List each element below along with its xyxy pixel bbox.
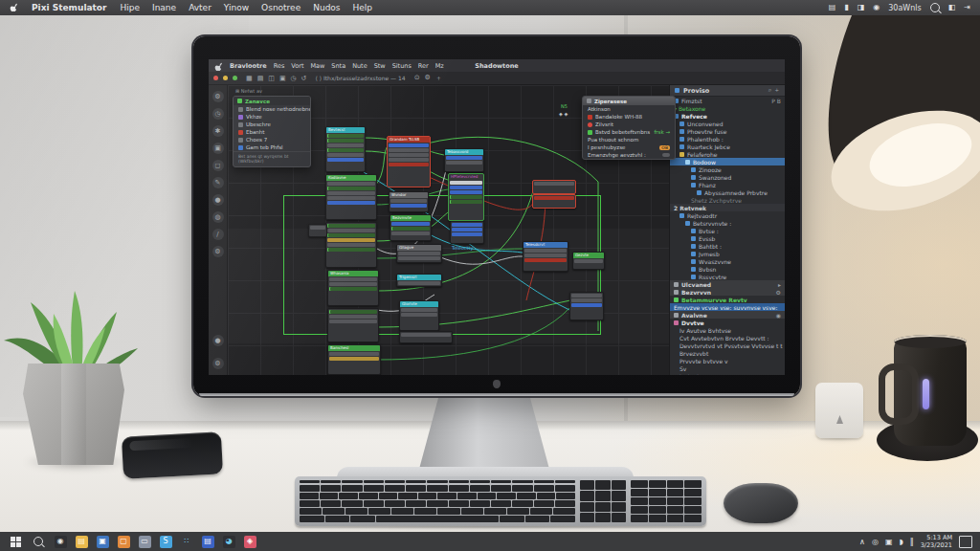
outliner-item-18[interactable]: Evssb [670, 234, 785, 242]
outliner-item-11[interactable]: Fhanz [670, 181, 785, 188]
outliner-item-13[interactable]: Shetz Zvchpvtrve [670, 196, 785, 204]
graph-node-18[interactable] [532, 194, 576, 209]
outliner-item-3[interactable]: Unconvened [670, 120, 785, 127]
outliner-item-33[interactable]: Brvezvvbt [670, 349, 785, 357]
graph-node-12[interactable]: Glorivte [399, 300, 439, 331]
outliner-item-22[interactable]: Bvbsn [670, 265, 785, 273]
tool-icon-0[interactable]: ⚙ [212, 91, 224, 102]
app-menu-situns[interactable]: Situns [392, 62, 412, 70]
outliner-item-26[interactable]: Betammurvve Revtv [670, 296, 785, 303]
taskbar-grid-app[interactable]: ∷ [176, 532, 197, 551]
outliner-item-17[interactable]: Bvtse : [670, 227, 785, 234]
taskbar-photos-app[interactable]: ▣ [92, 532, 113, 551]
menu-item-6[interactable]: Emanzvhge aevztvhl : [583, 151, 675, 159]
taskbar-search-button[interactable] [27, 532, 50, 551]
graph-node-9[interactable]: Bezvmvte [390, 214, 432, 241]
tool-bottom-icon-1[interactable]: ⚙ [212, 358, 224, 369]
outliner-item-12[interactable]: Abyssamnede Prbvtre [670, 188, 785, 196]
taskbar-color-app[interactable]: ◈ [239, 532, 260, 551]
outliner-item-10[interactable]: Swanzoned [670, 173, 785, 181]
taskbar-skype-app[interactable]: S [155, 532, 176, 551]
graph-node-14[interactable]: Tebassvord [444, 148, 484, 172]
spotlight-search-icon[interactable] [930, 3, 940, 12]
battery-icon[interactable]: ▮ [844, 4, 848, 11]
outliner-item-29[interactable]: Dvvtve [670, 319, 785, 326]
menu-item-0[interactable]: Atkinson [583, 105, 675, 113]
menubar-item-help[interactable]: Help [353, 3, 373, 12]
graph-node-19[interactable]: Telesdcrvt [523, 241, 568, 272]
panel-icon[interactable]: ◫ [268, 75, 275, 82]
menu-item-5[interactable]: Gam teb Phfsl [234, 143, 310, 151]
tray-chevron-up-icon[interactable]: ∧ [859, 538, 865, 546]
outliner-item-16[interactable]: Betsrvvnvte : [670, 219, 785, 227]
menu-item-4[interactable]: Choes 7 [234, 136, 310, 143]
tray-network-icon[interactable]: ◎ [872, 538, 879, 546]
outliner-item-5[interactable]: Phalenthob : [670, 135, 785, 143]
keyboard-icon[interactable]: ▤ [829, 4, 836, 11]
start-button[interactable] [4, 532, 27, 551]
zoom-button[interactable] [233, 76, 237, 80]
menubar-item-nudos[interactable]: Nudos [313, 3, 340, 12]
toggle-switch[interactable] [662, 153, 670, 157]
outliner-item-2[interactable]: Refvece [670, 112, 785, 120]
taskbar-window-app[interactable]: ▭ [134, 532, 155, 551]
taskbar-camera-app[interactable]: ◉ [50, 532, 71, 551]
tool-icon-1[interactable]: ◷ [212, 108, 224, 120]
outliner-item-6[interactable]: Ruarteck Jebce [670, 143, 785, 150]
menu-item-2[interactable]: Ubeschre [234, 121, 310, 128]
menubar-app-name[interactable]: Pixi Stemulator [32, 3, 106, 12]
layers-icon[interactable]: ▤ [257, 75, 264, 82]
tool-icon-7[interactable]: ◍ [212, 211, 224, 223]
tool-icon-2[interactable]: ✱ [212, 125, 224, 137]
control-center-icon[interactable]: ◧ [948, 4, 956, 11]
graph-node-10[interactable]: Gilagve [396, 244, 442, 263]
tool-icon-4[interactable]: ◻ [212, 160, 224, 171]
outliner-item-24[interactable]: Ulcvaned▸ [670, 280, 785, 288]
app-menu-maw[interactable]: Maw [310, 62, 324, 70]
outliner-item-28[interactable]: Avalvne◉ [670, 311, 785, 319]
apple-menu-icon[interactable] [10, 3, 20, 13]
add-icon[interactable]: ＋ [435, 74, 442, 83]
graph-node-4[interactable]: Whasania [327, 270, 379, 306]
outliner-item-31[interactable]: Cvt Avvtebvtvn Brvvte Devvtt : [670, 334, 785, 342]
menu-item-1[interactable]: Bandaloke WH-88 [583, 113, 675, 121]
target-icon[interactable]: ⊙ [414, 74, 420, 83]
taskbar-edge-browser[interactable]: ◕ [218, 532, 239, 551]
menu-item-4[interactable]: Pua thuout schnom [583, 136, 675, 143]
graph-node-0[interactable]: Bevtecst [325, 126, 366, 172]
outliner-item-1[interactable]: ▾ Betaxone [670, 104, 785, 112]
minimize-button[interactable] [223, 76, 228, 80]
close-button[interactable] [213, 76, 218, 80]
graph-node-15[interactable]: HPtetevcrvled [448, 173, 484, 221]
graph-node-8[interactable]: Wvndor [389, 191, 429, 212]
panel-tab-actions[interactable]: ⌕ ＋ [768, 86, 780, 95]
graph-node-20[interactable]: Gezvte [572, 252, 605, 270]
tool-bottom-icon-0[interactable]: ● [212, 335, 224, 346]
outliner-item-21[interactable]: Wvaszvvne [670, 257, 785, 265]
menu-item-0[interactable]: Blend nose nethodnebne [234, 105, 310, 113]
tray-shield-icon[interactable]: ▣ [885, 538, 893, 546]
graph-node-16[interactable] [450, 221, 484, 244]
graph-node-11[interactable]: Trigemsrl [396, 274, 442, 287]
outliner-item-9[interactable]: Zinooze [670, 165, 785, 173]
tool-icon-5[interactable]: ✎ [212, 177, 224, 188]
app-menu-stw[interactable]: Stw [374, 62, 386, 70]
menu-item-3[interactable]: Bstvd bebeteftvnbnsfrsk → [583, 128, 675, 136]
app-menu-mz[interactable]: Mz [435, 62, 444, 70]
notification-center-icon[interactable] [959, 536, 972, 548]
taskbar-file-explorer[interactable]: ▤ [71, 532, 92, 551]
menubar-item-yinow[interactable]: Yinow [224, 3, 249, 12]
taskbar-notes-app[interactable]: ▤ [197, 532, 218, 551]
outliner-item-30[interactable]: Iv Avutve Bvhtvse [670, 326, 785, 334]
tool-icon-8[interactable]: / [212, 229, 224, 240]
gear-icon[interactable]: ⚙ [425, 74, 431, 83]
clock-icon[interactable]: ◷ [291, 75, 297, 82]
tray-battery-icon[interactable]: ‖ [910, 538, 914, 546]
graph-node-13[interactable] [399, 331, 453, 343]
menubar-item-hipe[interactable]: Hipe [120, 3, 140, 12]
breadcrumb[interactable]: ⟨ ⟩ Ithx/brasselzadrxstone — 14 [315, 75, 405, 81]
graph-node-3[interactable] [308, 224, 327, 237]
cube-icon[interactable]: ▣ [279, 75, 286, 82]
colored-dot-icon[interactable]: ◉ [873, 4, 880, 11]
panel-tab[interactable]: Proviso ⌕ ＋ [670, 85, 785, 97]
